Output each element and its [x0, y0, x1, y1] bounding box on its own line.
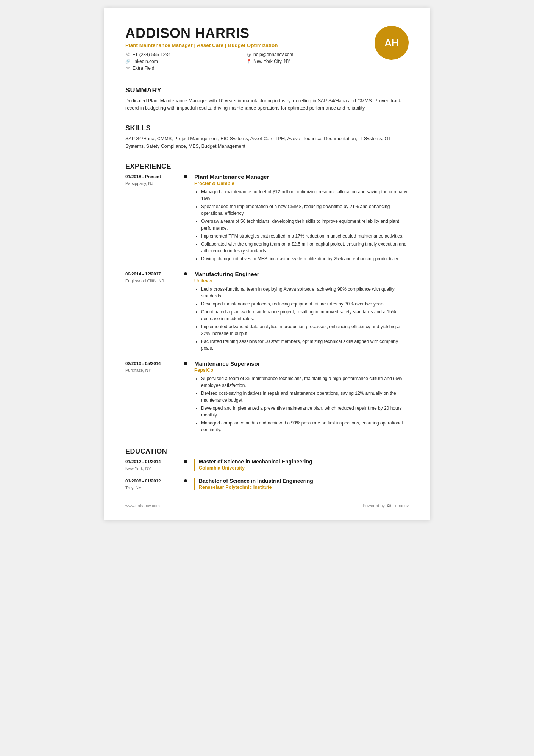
edu-right-2: Bachelor of Science in Industrial Engine…	[189, 478, 409, 491]
edu-dot-1	[182, 459, 189, 471]
experience-entry-3: 02/2010 - 05/2014 Purchase, NY Maintenan…	[125, 360, 409, 434]
company-1: Procter & Gamble	[194, 181, 409, 186]
edu-dot-icon-1	[184, 460, 187, 463]
bullet-item: Developed maintenance protocols, reducin…	[201, 301, 409, 307]
bullets-2: Led a cross-functional team in deploying…	[194, 286, 409, 352]
edu-degree-1: Master of Science in Mechanical Engineer…	[199, 459, 409, 465]
avatar: AH	[375, 26, 409, 60]
entry-dates-3: 02/2010 - 05/2014	[125, 360, 178, 366]
bullet-item: Supervised a team of 35 maintenance tech…	[201, 375, 409, 389]
education-divider	[125, 442, 409, 442]
skills-text: SAP S4/Hana, CMMS, Project Management, E…	[125, 135, 409, 150]
experience-entry-1: 01/2018 - Present Parsippany, NJ Plant M…	[125, 174, 409, 263]
job-title-2: Manufacturing Engineer	[194, 271, 409, 277]
edu-school-1: Columbia University	[199, 465, 409, 471]
entry-right-3: Maintenance Supervisor PepsiCo Supervise…	[189, 360, 409, 434]
job-title-3: Maintenance Supervisor	[194, 360, 409, 367]
entry-location-3: Purchase, NY	[125, 368, 178, 373]
bullet-item: Managed a maintenance budget of $12 mill…	[201, 188, 409, 202]
candidate-name: ADDISON HARRIS	[125, 26, 367, 41]
footer: www.enhancv.com Powered by ∞ Enhancv	[125, 502, 409, 509]
company-3: PepsiCo	[194, 368, 409, 373]
bullet-item: Managed compliance audits and achieved a…	[201, 419, 409, 433]
edu-dot-2	[182, 478, 189, 491]
entry-location-2: Englewood Cliffs, NJ	[125, 278, 178, 284]
education-entry-1: 01/2012 - 01/2014 New York, NY Master of…	[125, 459, 409, 471]
education-entry-2: 01/2008 - 01/2012 Troy, NY Bachelor of S…	[125, 478, 409, 491]
edu-degree-2: Bachelor of Science in Industrial Engine…	[199, 478, 409, 484]
dot-2	[184, 272, 187, 275]
edu-dates-1: 01/2012 - 01/2014	[125, 459, 178, 465]
bullet-item: Developed and implemented a preventive m…	[201, 405, 409, 418]
entry-dates-2: 06/2014 - 12/2017	[125, 271, 178, 277]
contact-linkedin: 🔗 linkedin.com	[125, 59, 246, 64]
entry-right-2: Manufacturing Engineer Unilever Led a cr…	[189, 271, 409, 353]
skills-divider	[125, 119, 409, 119]
contact-phone: ✆ +1-(234)-555-1234	[125, 52, 246, 57]
phone-icon: ✆	[125, 52, 131, 57]
contact-grid: ✆ +1-(234)-555-1234 @ help@enhancv.com 🔗…	[125, 52, 367, 72]
resume-page: ADDISON HARRIS Plant Maintenance Manager…	[104, 8, 430, 520]
candidate-title: Plant Maintenance Manager | Asset Care |…	[125, 42, 367, 48]
linkedin-icon: 🔗	[125, 59, 131, 64]
experience-section: EXPERIENCE 01/2018 - Present Parsippany,…	[125, 163, 409, 434]
contact-email: @ help@enhancv.com	[246, 52, 367, 57]
entry-left-3: 02/2010 - 05/2014 Purchase, NY	[125, 360, 182, 434]
bullet-item: Oversaw a team of 50 technicians, develo…	[201, 218, 409, 232]
entry-location-1: Parsippany, NJ	[125, 181, 178, 186]
enhancv-icon: ∞	[387, 502, 391, 509]
edu-right-1: Master of Science in Mechanical Engineer…	[189, 459, 409, 471]
entry-dot-1	[182, 174, 189, 263]
experience-title: EXPERIENCE	[125, 163, 409, 171]
skills-section: SKILLS SAP S4/Hana, CMMS, Project Manage…	[125, 124, 409, 150]
edu-location-1: New York, NY	[125, 466, 178, 471]
header: ADDISON HARRIS Plant Maintenance Manager…	[125, 26, 409, 72]
edu-dates-2: 01/2008 - 01/2012	[125, 478, 178, 484]
bullet-item: Devised cost-saving initiatives in repai…	[201, 390, 409, 404]
header-left: ADDISON HARRIS Plant Maintenance Manager…	[125, 26, 367, 72]
bullet-item: Implemented advanced data analytics in p…	[201, 323, 409, 337]
powered-by-label: Powered by	[363, 503, 385, 508]
entry-dates-1: 01/2018 - Present	[125, 174, 178, 180]
dot-1	[184, 175, 187, 178]
bullet-item: Driving change initiatives in MES, incre…	[201, 255, 409, 262]
experience-divider	[125, 157, 409, 157]
edu-border-1: Master of Science in Mechanical Engineer…	[194, 459, 409, 471]
footer-website: www.enhancv.com	[125, 503, 160, 508]
enhancv-logo: ∞ Enhancv	[387, 502, 409, 509]
entry-left-1: 01/2018 - Present Parsippany, NJ	[125, 174, 182, 263]
entry-left-2: 06/2014 - 12/2017 Englewood Cliffs, NJ	[125, 271, 182, 353]
summary-section: SUMMARY Dedicated Plant Maintenance Mana…	[125, 86, 409, 112]
experience-entry-2: 06/2014 - 12/2017 Englewood Cliffs, NJ M…	[125, 271, 409, 353]
bullet-item: Spearheaded the implementation of a new …	[201, 203, 409, 217]
summary-text: Dedicated Plant Maintenance Manager with…	[125, 97, 409, 112]
edu-location-2: Troy, NY	[125, 485, 178, 491]
bullet-item: Coordinated a plant-wide maintenance pro…	[201, 308, 409, 322]
entry-dot-3	[182, 360, 189, 434]
bullets-1: Managed a maintenance budget of $12 mill…	[194, 188, 409, 262]
skills-title: SKILLS	[125, 124, 409, 132]
email-icon: @	[246, 52, 251, 57]
brand-name: Enhancv	[392, 503, 409, 508]
bullet-item: Led a cross-functional team in deploying…	[201, 286, 409, 299]
edu-left-2: 01/2008 - 01/2012 Troy, NY	[125, 478, 182, 491]
contact-location: 📍 New York City, NY	[246, 59, 367, 64]
footer-powered: Powered by ∞ Enhancv	[363, 502, 409, 509]
entry-dot-2	[182, 271, 189, 353]
dot-3	[184, 362, 187, 365]
star-icon: ☆	[125, 66, 131, 70]
location-icon: 📍	[246, 59, 251, 64]
summary-title: SUMMARY	[125, 86, 409, 94]
edu-left-1: 01/2012 - 01/2014 New York, NY	[125, 459, 182, 471]
bullet-item: Collaborated with the engineering team o…	[201, 241, 409, 254]
contact-extra: ☆ Extra Field	[125, 66, 246, 71]
edu-school-2: Rensselaer Polytechnic Institute	[199, 485, 409, 490]
entry-right-1: Plant Maintenance Manager Procter & Gamb…	[189, 174, 409, 263]
bullets-3: Supervised a team of 35 maintenance tech…	[194, 375, 409, 433]
bullet-item: Facilitated training sessions for 60 sta…	[201, 338, 409, 352]
education-title: EDUCATION	[125, 448, 409, 455]
edu-dot-icon-2	[184, 479, 187, 482]
summary-divider	[125, 81, 409, 81]
company-2: Unilever	[194, 278, 409, 283]
education-section: EDUCATION 01/2012 - 01/2014 New York, NY…	[125, 448, 409, 491]
